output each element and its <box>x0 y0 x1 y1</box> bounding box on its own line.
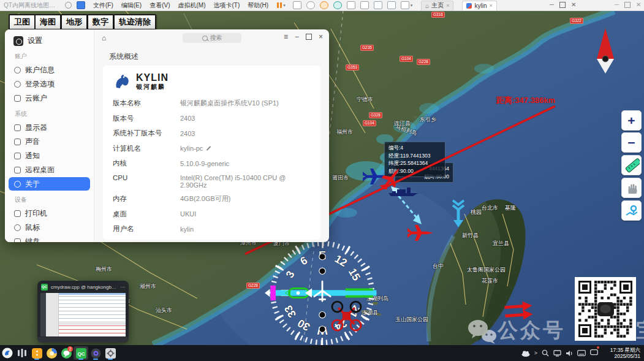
layer-button-terrain[interactable]: 地形 <box>61 14 88 30</box>
message-center-icon[interactable] <box>590 349 598 356</box>
sidebar-item-notifications[interactable]: 通知 <box>9 149 90 162</box>
taskbar-app-camera[interactable] <box>88 346 103 360</box>
zoom-in-button[interactable]: + <box>621 110 642 131</box>
menu-file[interactable]: 文件(F) <box>93 1 113 10</box>
road-badge: G353 <box>346 64 359 70</box>
map-label-city: 基隆 <box>505 204 516 212</box>
pin-icon[interactable] <box>65 2 72 9</box>
menu-vm[interactable]: 虚拟机(M) <box>178 1 205 10</box>
menu-help[interactable]: 帮助(H) <box>248 1 268 10</box>
layer-button-digital[interactable]: 数字 <box>87 14 114 30</box>
warship-marker[interactable] <box>387 186 419 198</box>
minimize-icon[interactable]: − <box>295 32 299 41</box>
tab-home[interactable]: ⌂ 主页 × <box>421 1 453 10</box>
road-badge: G316 <box>431 12 445 18</box>
restore-icon[interactable] <box>559 2 566 8</box>
zoom-out-button[interactable]: − <box>621 132 642 153</box>
snapshot-take-icon[interactable] <box>306 1 315 9</box>
sidebar-section-account: 账户 <box>15 52 94 61</box>
clear-track-button[interactable]: 轨迹清除 <box>113 14 156 30</box>
menu-view[interactable]: 查看(V) <box>150 1 170 10</box>
layer-button-satellite[interactable]: 卫图 <box>9 14 36 30</box>
sidebar-item-sound[interactable]: 声音 <box>9 135 90 148</box>
unity-mode-icon[interactable] <box>374 1 382 9</box>
clock[interactable]: 17:35 星期六 2025/05/31 <box>602 347 640 359</box>
taskbar-app-browser[interactable] <box>44 346 59 360</box>
svg-text:QC: QC <box>77 351 85 357</box>
close-icon[interactable]: ✕ <box>636 1 641 8</box>
vm-os-icon <box>466 3 472 9</box>
menu-edit[interactable]: 编辑(E) <box>121 1 142 10</box>
sidebar-item-keyboard[interactable]: 键盘 <box>9 235 90 242</box>
qtcreator-preview-window[interactable]: QC cmydraw.cpp @ hangkongbaoMap ··· <box>37 281 129 343</box>
map-label-city: 玉山国家公园 <box>395 316 428 324</box>
red-aircraft-marker-2[interactable] <box>405 222 434 243</box>
taskbar-app-qtcreator[interactable]: QC <box>74 346 88 360</box>
menu-tabs[interactable]: 选项卡(T) <box>213 1 240 10</box>
send-ctrl-alt-del-icon[interactable] <box>293 1 301 9</box>
vm-window-title: QT内网离线地图演示 <box>4 1 60 10</box>
edit-pencil-icon[interactable] <box>206 146 211 151</box>
layer-button-seachart[interactable]: 海图 <box>34 14 61 30</box>
show-thumbnail-icon[interactable] <box>360 1 369 9</box>
multitask-view-button[interactable] <box>15 346 29 360</box>
close-tab-icon[interactable]: × <box>490 2 493 9</box>
close-icon[interactable]: × <box>319 32 323 41</box>
sidebar-item-printer[interactable]: 打印机 <box>9 207 90 220</box>
locate-button[interactable] <box>621 200 642 221</box>
volume-icon[interactable] <box>566 350 573 357</box>
sidebar-item-cloud-account[interactable]: 云账户 <box>9 91 90 105</box>
settings-sidebar: 设置 账户 账户信息 登录选项 云账户 系统 显示器 声音 通知 远程桌面 关于… <box>5 29 94 242</box>
sidebar-item-about[interactable]: 关于 <box>9 177 90 191</box>
qtcreator-icon: QC <box>76 348 86 359</box>
sidebar-item-mouse[interactable]: 鼠标 <box>9 221 90 234</box>
mouse-icon <box>14 224 21 231</box>
measure-ruler-button[interactable] <box>621 155 642 175</box>
menu-icon[interactable]: ≡ <box>284 32 288 41</box>
show-library-icon[interactable] <box>347 1 355 9</box>
taskbar-app-notes[interactable] <box>29 346 44 360</box>
svg-text:12: 12 <box>333 253 349 269</box>
pause-vm-button[interactable] <box>277 2 282 8</box>
tab-kylin-vm[interactable]: kylin × <box>462 1 496 10</box>
hand-icon <box>624 181 639 196</box>
minimize-icon[interactable]: ─ <box>615 1 619 8</box>
close-icon[interactable]: ✕ <box>571 1 576 8</box>
sidebar-item-remote-desktop[interactable]: 远程桌面 <box>9 163 90 177</box>
start-menu-button[interactable] <box>0 346 15 360</box>
map-label-city: 宜兰县 <box>493 240 509 248</box>
camera-icon <box>91 348 101 359</box>
snapshot-revert-icon[interactable] <box>320 1 328 9</box>
snapshot-manager-icon[interactable] <box>333 1 342 9</box>
sidebar-item-display[interactable]: 显示器 <box>9 121 90 134</box>
fullscreen-icon[interactable] <box>401 1 409 9</box>
minimize-icon[interactable]: ─ <box>550 1 554 8</box>
search-input[interactable]: 搜索 <box>183 33 241 43</box>
key-icon <box>14 81 21 88</box>
maximize-icon[interactable] <box>624 2 631 8</box>
keyboard-icon[interactable] <box>577 350 586 356</box>
home-icon[interactable]: ⌂ <box>102 34 106 42</box>
more-icon[interactable]: ··· <box>120 284 125 290</box>
cloud-icon[interactable] <box>521 350 530 357</box>
gear-icon <box>105 348 116 359</box>
close-tab-icon[interactable]: × <box>446 2 449 9</box>
svg-text:33: 33 <box>282 303 298 320</box>
road-badge: G322 <box>570 18 583 24</box>
pan-hand-button[interactable] <box>621 178 642 198</box>
console-icon[interactable] <box>387 1 396 9</box>
blue-uav-marker[interactable] <box>451 199 466 229</box>
map-label-city: 宁德市 <box>357 96 373 104</box>
maximize-icon[interactable] <box>306 34 312 40</box>
sidebar-item-login-options[interactable]: 登录选项 <box>9 77 90 91</box>
tray-expand-icon[interactable]: > <box>534 350 537 356</box>
network-icon[interactable] <box>553 350 561 357</box>
window-controls: ─ ✕ <box>615 1 641 8</box>
search-icon[interactable] <box>542 349 549 357</box>
notification-dot <box>597 346 599 349</box>
kylin-logo: KYLIN 银河麒麟 <box>113 73 312 91</box>
sidebar-item-account-info[interactable]: 账户信息 <box>9 63 90 77</box>
bubble-icon <box>14 153 21 159</box>
taskbar-app-settings[interactable] <box>103 346 118 360</box>
taskbar-app-messages[interactable]: 2 <box>59 346 74 360</box>
